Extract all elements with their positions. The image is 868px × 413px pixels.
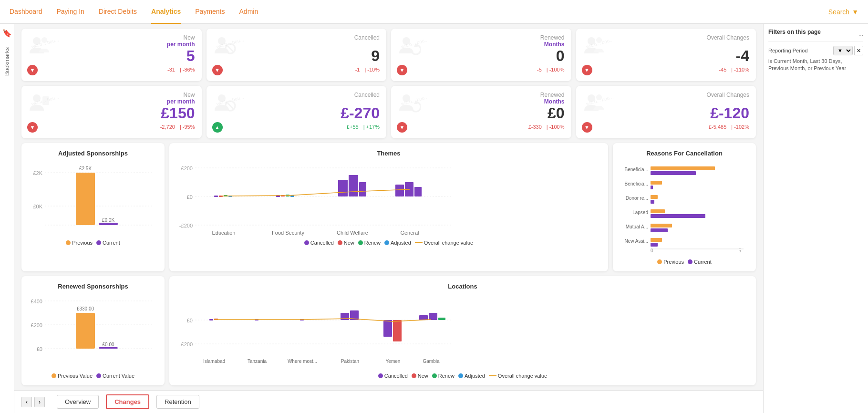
- card6-trend-icon: ▲: [212, 122, 223, 133]
- svg-text:£330.00: £330.00: [77, 306, 94, 311]
- card8-label: Overall Changes: [583, 92, 750, 98]
- charts-row-1: Adjusted Sponsorships £2K £0K £2.5K £0.0…: [21, 143, 756, 271]
- card7-change1: £-330: [528, 124, 542, 130]
- nav-links: Dashboard Paying In Direct Debits Analyt…: [10, 0, 258, 24]
- themes-title: Themes: [176, 150, 601, 157]
- reporting-period-select[interactable]: ▼: [833, 46, 853, 55]
- svg-text:£400: £400: [31, 299, 42, 304]
- nav-payments[interactable]: Payments: [195, 0, 225, 24]
- themes-legend-overall: Overall change value: [415, 240, 473, 246]
- themes-svg: £200 £0 -£200: [176, 161, 457, 237]
- tab-prev-btn[interactable]: ‹: [21, 397, 32, 407]
- card7-footer: £-330 | -100%: [398, 124, 565, 130]
- themes-legend-cancelled: Cancelled: [304, 240, 334, 246]
- loc-legend-overall: Overall change value: [489, 373, 547, 379]
- nav-dashboard[interactable]: Dashboard: [10, 0, 42, 24]
- svg-point-8: [596, 37, 602, 43]
- nav-direct-debits[interactable]: Direct Debits: [99, 0, 137, 24]
- svg-text:£2.5K: £2.5K: [79, 166, 92, 171]
- filter-clear-btn[interactable]: ✕: [854, 46, 863, 55]
- svg-text:Donor re...: Donor re...: [626, 196, 648, 201]
- svg-rect-80: [99, 347, 118, 349]
- renewed-legend-prev-label: Previous Value: [58, 373, 93, 379]
- renewed-sponsorships-svg: £400 £200 £0 £330.00 £0.00: [28, 294, 157, 370]
- legend-prev-dot: [66, 240, 71, 245]
- svg-rect-93: [393, 320, 402, 341]
- top-nav: Dashboard Paying In Direct Debits Analyt…: [0, 0, 868, 24]
- svg-rect-65: [651, 228, 668, 232]
- svg-text:Mutual A...: Mutual A...: [626, 224, 648, 229]
- user-group-icon: [27, 34, 51, 58]
- svg-text:New Assi...: New Assi...: [625, 238, 648, 244]
- renewed-sponsorships-legend: Previous Value Current Value: [28, 373, 158, 379]
- cancelled-gbp-icon: [212, 92, 236, 115]
- svg-rect-92: [383, 320, 392, 337]
- bookmarks-label: Bookmarks: [4, 47, 10, 76]
- search-area[interactable]: Search ▼: [828, 8, 858, 16]
- renewed-months-gbp-card: wiz.b... bou... Renewed Months £0 £-330 …: [391, 86, 571, 138]
- svg-rect-23: [76, 173, 95, 225]
- search-label: Search: [828, 8, 849, 16]
- svg-text:£0.0K: £0.0K: [102, 217, 114, 223]
- card2-trend-icon: ▼: [212, 65, 223, 75]
- svg-rect-61: [651, 209, 665, 213]
- filter-description: is Current Month, Last 30 Days, Previous…: [768, 58, 863, 72]
- svg-rect-78: [76, 313, 95, 349]
- cancelled-gbp-card: wiz.b... bou... Cancelled £-270 £+55 | +…: [207, 86, 387, 138]
- filters-title: Filters on this page: [768, 29, 821, 35]
- legend-current: Current: [96, 240, 120, 246]
- svg-point-0: [33, 37, 41, 45]
- tab-retention[interactable]: Retention: [156, 395, 199, 409]
- svg-rect-56: [651, 186, 653, 189]
- svg-point-1: [41, 37, 47, 43]
- bookmarks-sidebar: 🔖 Bookmarks: [0, 24, 14, 413]
- tab-next-btn[interactable]: ›: [34, 397, 45, 407]
- svg-rect-62: [651, 214, 705, 218]
- nav-admin[interactable]: Admin: [239, 0, 258, 24]
- card4-trend-icon: ▼: [582, 65, 592, 75]
- card8-value: £-120: [583, 105, 750, 122]
- svg-text:£0: £0: [187, 318, 193, 323]
- card5-sublabel: per month: [28, 98, 195, 105]
- renewed-months-card: wiz.b... bou... Renewed Months 0 -5 | -1…: [391, 29, 571, 81]
- svg-rect-53: [651, 171, 696, 175]
- renewed-legend-prev: Previous Value: [52, 373, 93, 379]
- svg-point-7: [588, 37, 595, 45]
- nav-paying-in[interactable]: Paying In: [57, 0, 84, 24]
- svg-point-11: [218, 94, 226, 102]
- filters-more-btn[interactable]: ...: [858, 31, 863, 37]
- nav-analytics[interactable]: Analytics: [151, 0, 181, 24]
- filters-header: Filters on this page ...: [768, 29, 863, 39]
- svg-text:£0: £0: [37, 346, 42, 352]
- legend-previous: Previous: [66, 240, 93, 246]
- card1-change2: | -86%: [180, 67, 195, 72]
- cancelled-user-icon: [212, 34, 236, 58]
- reasons-cancellation-chart: Reasons For Cancellation Beneficia... Be…: [613, 143, 756, 271]
- row2-cards: wiz.b... bou... New per month £150 -2,72…: [21, 86, 756, 138]
- tab-changes[interactable]: Changes: [106, 394, 149, 409]
- svg-text:Beneficia...: Beneficia...: [625, 167, 648, 172]
- overall-gbp-icon: [582, 92, 606, 115]
- card7-change2: | -100%: [547, 124, 565, 130]
- card2-sublabel: [213, 41, 380, 48]
- svg-point-16: [588, 94, 595, 102]
- card6-sublabel: [213, 98, 380, 105]
- locations-chart: Locations £0 -£200: [169, 276, 756, 385]
- tab-overview[interactable]: Overview: [57, 395, 99, 409]
- svg-rect-42: [349, 175, 358, 196]
- reasons-svg: Beneficia... Beneficia... Donor re... La…: [620, 161, 748, 256]
- renewed-user-icon: [397, 34, 421, 58]
- filter-name-label: Reporting Period: [768, 48, 808, 53]
- reporting-period-row: Reporting Period ▼ ✕: [768, 46, 863, 55]
- svg-text:£200: £200: [31, 322, 42, 328]
- svg-rect-95: [429, 313, 437, 320]
- overall-changes-gbp-card: wiz.b... bou... Overall Changes £-120 £-…: [576, 86, 756, 138]
- card1-sublabel: per month: [28, 41, 195, 48]
- card3-footer: -5 | -100%: [398, 67, 565, 72]
- card2-change1: -1: [355, 67, 360, 72]
- locations-legend: Cancelled New Renew Adjusted: [176, 373, 749, 379]
- card6-change2: | +17%: [363, 124, 380, 130]
- right-panel: Filters on this page ... Reporting Perio…: [763, 24, 868, 413]
- card1-footer: -31 | -86%: [28, 67, 195, 72]
- svg-text:£2K: £2K: [33, 170, 42, 176]
